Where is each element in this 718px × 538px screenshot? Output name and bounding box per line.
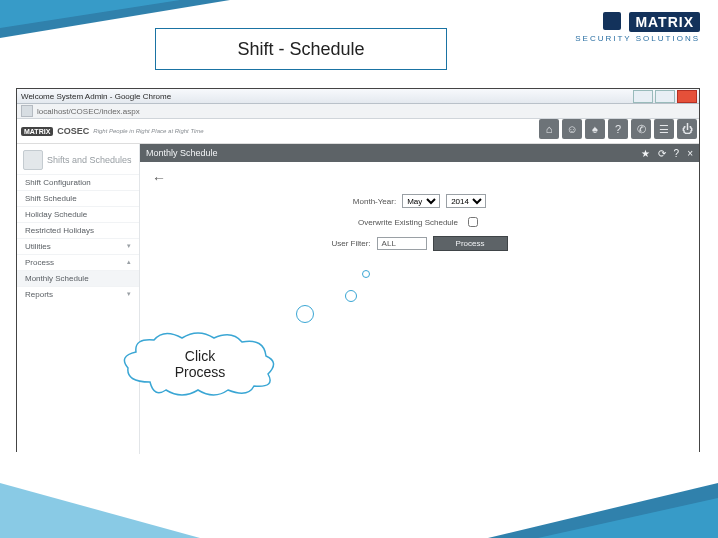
userfilter-value: ALL [382, 239, 396, 248]
close-window-button[interactable] [677, 90, 697, 103]
slide-title-box: Shift - Schedule [155, 28, 447, 70]
sidebar-item-utilities[interactable]: Utilities▾ [17, 238, 139, 254]
callout-dot-medium [345, 290, 357, 302]
callout-dot-small [362, 270, 370, 278]
page-icon [21, 105, 33, 117]
sidebar-item-restricted-holidays[interactable]: Restricted Holidays [17, 222, 139, 238]
sidebar-item-holiday-schedule[interactable]: Holiday Schedule [17, 206, 139, 222]
callout-cloud: Click Process [120, 332, 280, 396]
chevron-down-icon: ▾ [127, 242, 131, 250]
sidebar-group-header: Shifts and Schedules [17, 144, 139, 174]
sidebar-list: Shift Configuration Shift Schedule Holid… [17, 174, 139, 302]
sidebar-item-label: Process [25, 258, 54, 267]
sidebar: Shifts and Schedules Shift Configuration… [17, 144, 140, 454]
panel-header: Monthly Schedule ★ ⟳ ? × [140, 144, 699, 162]
callout-dot-large [296, 305, 314, 323]
brand-name: MATRIX [629, 12, 700, 32]
phone-icon[interactable]: ✆ [631, 119, 651, 139]
chevron-down-icon: ▾ [127, 290, 131, 298]
overwrite-checkbox[interactable] [468, 217, 478, 227]
overwrite-label: Overwrite Existing Schedule [358, 218, 458, 227]
slide-title: Shift - Schedule [237, 39, 364, 60]
year-select[interactable]: 2014 [446, 194, 486, 208]
sidebar-item-reports[interactable]: Reports▾ [17, 286, 139, 302]
maximize-button[interactable] [655, 90, 675, 103]
app-logo-badge: MATRIX [21, 127, 53, 136]
bell-icon[interactable]: ♠ [585, 119, 605, 139]
brand-tagline: SECURITY SOLUTIONS [575, 34, 700, 43]
callout-line2: Process [175, 364, 226, 380]
user-icon[interactable]: ☺ [562, 119, 582, 139]
sidebar-item-label: Monthly Schedule [25, 274, 89, 283]
calendar-icon [23, 150, 43, 170]
userfilter-row: User Filter: ALL Process [148, 236, 691, 251]
userfilter-label: User Filter: [331, 239, 370, 248]
process-button-label: Process [456, 239, 485, 248]
sidebar-item-label: Utilities [25, 242, 51, 251]
month-year-label: Month-Year: [353, 197, 396, 206]
month-select[interactable]: May [402, 194, 440, 208]
app-tagline: Right People in Right Place at Right Tim… [93, 128, 203, 134]
header-iconbar: ⌂ ☺ ♠ ? ✆ ☰ ⏻ [539, 119, 697, 139]
home-icon[interactable]: ⌂ [539, 119, 559, 139]
userfilter-select[interactable]: ALL [377, 237, 427, 250]
decoration-bottom-left [0, 483, 200, 538]
brand-dots-icon [603, 12, 621, 30]
sidebar-group-title: Shifts and Schedules [47, 155, 132, 165]
sidebar-item-shift-schedule[interactable]: Shift Schedule [17, 190, 139, 206]
window-titlebar: Welcome System Admin - Google Chrome [17, 89, 699, 104]
callout-line1: Click [185, 348, 215, 364]
address-bar: localhost/COSEC/index.aspx [17, 104, 699, 119]
minimize-button[interactable] [633, 90, 653, 103]
decoration-top-left-light [0, 0, 180, 28]
back-arrow-icon[interactable]: ← [148, 168, 170, 188]
sidebar-item-label: Shift Configuration [25, 178, 91, 187]
help-icon[interactable]: ? [608, 119, 628, 139]
month-year-row: Month-Year: May 2014 [148, 194, 691, 208]
overwrite-row: Overwrite Existing Schedule [148, 214, 691, 230]
decoration-bottom-right-light [538, 498, 718, 538]
window-title: Welcome System Admin - Google Chrome [21, 92, 171, 101]
brand-logo: MATRIX SECURITY SOLUTIONS [575, 12, 700, 43]
panel-title: Monthly Schedule [146, 148, 218, 158]
browser-window: Welcome System Admin - Google Chrome loc… [16, 88, 700, 452]
sidebar-item-label: Restricted Holidays [25, 226, 94, 235]
sidebar-item-process[interactable]: Process▴ [17, 254, 139, 270]
refresh-icon[interactable]: ⟳ [658, 148, 666, 159]
window-controls [633, 90, 697, 103]
grid-icon[interactable]: ☰ [654, 119, 674, 139]
power-icon[interactable]: ⏻ [677, 119, 697, 139]
url-text: localhost/COSEC/index.aspx [37, 107, 140, 116]
content-panel: Monthly Schedule ★ ⟳ ? × ← Month-Year: M… [140, 144, 699, 454]
star-icon[interactable]: ★ [641, 148, 650, 159]
sidebar-item-shift-configuration[interactable]: Shift Configuration [17, 174, 139, 190]
sidebar-item-label: Holiday Schedule [25, 210, 87, 219]
panel-close-icon[interactable]: × [687, 148, 693, 159]
sidebar-item-label: Shift Schedule [25, 194, 77, 203]
chevron-up-icon: ▴ [127, 258, 131, 266]
sidebar-item-label: Reports [25, 290, 53, 299]
app-product-name: COSEC [57, 126, 89, 136]
process-button[interactable]: Process [433, 236, 508, 251]
panel-help-icon[interactable]: ? [674, 148, 680, 159]
sidebar-item-monthly-schedule[interactable]: Monthly Schedule [17, 270, 139, 286]
